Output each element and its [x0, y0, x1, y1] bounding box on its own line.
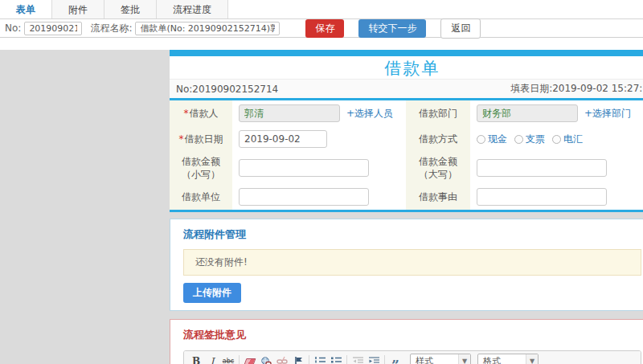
tab-bar: 表单 附件 签批 流程进度 — [0, 0, 643, 19]
no-label: No: — [5, 22, 21, 34]
borrower-input[interactable] — [239, 104, 340, 122]
tab-approval[interactable]: 签批 — [104, 0, 157, 18]
toolbar-separator — [239, 355, 240, 364]
upload-attachment-button[interactable]: 上传附件 — [183, 283, 241, 303]
anchor-flag-icon — [293, 356, 304, 364]
panel-top-accent — [170, 50, 643, 56]
eraser-icon — [244, 358, 256, 364]
required-mark: * — [179, 133, 184, 145]
loan-form-table: *借款人 +选择人员 借款部门 +选择部门 *借款日期 — [170, 100, 643, 210]
unlink-icon — [276, 356, 288, 364]
editor-toolbar: B I abc — [184, 351, 641, 364]
radio-icon — [514, 135, 523, 144]
radio-cash[interactable]: 现金 — [477, 133, 507, 146]
content-area: 借款单 No:20190902152714 填表日期:2019-09-02 15… — [0, 50, 643, 364]
format-select[interactable]: 格式 ▼ — [477, 354, 539, 364]
reason-field-cell — [470, 184, 643, 210]
form-title: 借款单 — [170, 56, 643, 79]
remove-format-button[interactable] — [242, 354, 258, 364]
back-button[interactable]: 返回 — [440, 18, 481, 39]
select-department-link[interactable]: +选择部门 — [584, 107, 631, 121]
loan-form-panel: 借款单 No:20190902152714 填表日期:2019-09-02 15… — [170, 50, 643, 212]
anchor-button[interactable] — [290, 354, 306, 364]
borrower-label: 借款人 — [190, 108, 219, 119]
flow-name-label: 流程名称: — [90, 22, 132, 35]
unlink-button[interactable] — [274, 354, 290, 364]
numbered-list-icon — [314, 356, 326, 364]
unit-input[interactable] — [239, 188, 369, 206]
tab-form[interactable]: 表单 — [0, 0, 52, 18]
chevron-down-icon: ▼ — [458, 354, 470, 364]
tab-form-label: 表单 — [16, 4, 35, 15]
screen: 表单 附件 签批 流程进度 No: 流程名称: 保存 转交下一步 返回 借款单 … — [0, 0, 643, 364]
chevron-down-icon: ▼ — [526, 354, 538, 364]
strikethrough-button[interactable]: abc — [220, 354, 236, 364]
attachments-panel: 流程附件管理 还没有附件! 上传附件 — [170, 219, 643, 311]
amount-big-input[interactable] — [477, 159, 607, 177]
department-input[interactable] — [477, 104, 578, 122]
amount-big-label-cell: 借款金额（大写） — [406, 152, 470, 184]
reason-input[interactable] — [477, 188, 607, 206]
toolbar-separator — [309, 355, 309, 364]
method-radio-group: 现金 支票 电汇 — [477, 133, 583, 146]
select-person-link[interactable]: +选择人员 — [346, 107, 393, 121]
tab-attachment[interactable]: 附件 — [52, 0, 104, 18]
radio-wire[interactable]: 电汇 — [552, 133, 583, 146]
method-label: 借款方式 — [419, 133, 457, 145]
form-date-text: 填表日期:2019-09-02 15:27:1 — [510, 82, 643, 96]
flow-name-input[interactable] — [135, 22, 280, 35]
reason-label-cell: 借款事由 — [406, 184, 470, 210]
unit-field-cell — [232, 184, 406, 210]
strikethrough-icon: abc — [223, 358, 234, 364]
unit-label-cell: 借款单位 — [170, 184, 232, 210]
styles-select[interactable]: 样式 ▼ — [410, 354, 471, 364]
tab-progress[interactable]: 流程进度 — [157, 0, 228, 18]
unit-label: 借款单位 — [182, 190, 220, 203]
no-attachments-alert: 还没有附件! — [183, 249, 641, 276]
numbered-list-button[interactable] — [312, 354, 328, 364]
reason-label: 借款事由 — [419, 190, 457, 203]
tab-attachment-label: 附件 — [68, 4, 88, 15]
amount-small-label-cell: 借款金额（小写） — [170, 152, 232, 184]
borrower-field-cell: +选择人员 — [232, 100, 406, 126]
form-no-text: No:20190902152714 — [176, 84, 278, 95]
amount-big-field-cell — [470, 152, 643, 184]
radio-cheque-label: 支票 — [526, 133, 545, 146]
loan-date-label-cell: *借款日期 — [170, 126, 232, 152]
outdent-button[interactable] — [350, 354, 366, 364]
outdent-icon — [352, 356, 364, 364]
amount-small-field-cell — [232, 152, 406, 184]
italic-icon: I — [211, 356, 215, 364]
borrower-label-cell: *借款人 — [170, 100, 232, 126]
department-field-cell: +选择部门 — [470, 100, 643, 126]
toolbar-separator — [384, 355, 385, 364]
attachments-heading: 流程附件管理 — [183, 227, 641, 242]
toolbar-separator — [346, 355, 347, 364]
tab-approval-label: 签批 — [121, 4, 140, 15]
link-button[interactable] — [258, 354, 274, 364]
italic-button[interactable]: I — [204, 354, 220, 364]
format-select-label: 格式 — [478, 355, 526, 364]
no-input[interactable] — [24, 22, 82, 35]
required-mark: * — [184, 108, 189, 119]
method-label-cell: 借款方式 — [406, 126, 470, 152]
bold-icon: B — [192, 356, 200, 364]
loan-date-field-cell — [232, 126, 406, 152]
blockquote-button[interactable]: ” — [387, 354, 403, 364]
department-label-cell: 借款部门 — [406, 100, 470, 126]
amount-small-label: 借款金额（小写） — [176, 155, 226, 181]
next-step-button[interactable]: 转交下一步 — [358, 19, 426, 38]
radio-cheque[interactable]: 支票 — [514, 133, 545, 146]
bold-button[interactable]: B — [188, 354, 204, 364]
loan-date-input[interactable] — [239, 130, 327, 148]
form-meta-row: No:20190902152714 填表日期:2019-09-02 15:27:… — [170, 79, 643, 100]
amount-small-input[interactable] — [239, 159, 369, 177]
radio-icon — [552, 135, 561, 144]
loan-date-label: 借款日期 — [185, 133, 223, 145]
indent-button[interactable] — [366, 354, 382, 364]
bulleted-list-icon — [330, 356, 342, 364]
indent-icon — [368, 356, 380, 364]
save-button[interactable]: 保存 — [305, 19, 344, 38]
bulleted-list-button[interactable] — [328, 354, 344, 364]
radio-cash-label: 现金 — [488, 133, 507, 146]
